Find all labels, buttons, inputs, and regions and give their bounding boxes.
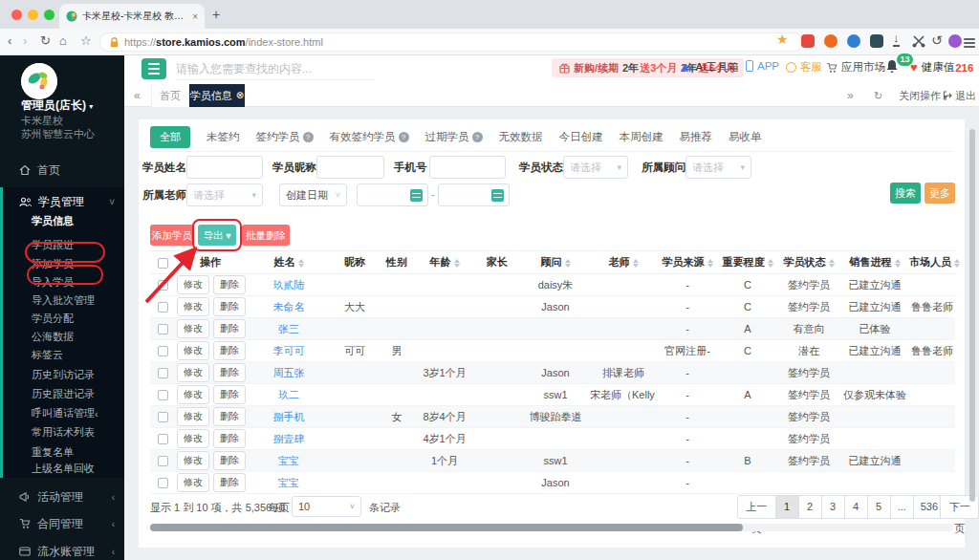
sidebar-item-add-student[interactable]: 添加学员 xyxy=(0,255,124,274)
add-student-button[interactable]: 添加学员 xyxy=(150,225,194,246)
student-name-link[interactable]: 周五张 xyxy=(273,367,305,378)
row-checkbox[interactable] xyxy=(158,390,168,400)
student-name-link[interactable]: 未命名 xyxy=(273,301,305,312)
filter-tab-created-today[interactable]: 今日创建 xyxy=(559,130,603,144)
sidebar-item-recycled-list[interactable]: 上级名单回收 xyxy=(0,460,124,479)
filter-tab-valid-signed[interactable]: 有效签约学员? xyxy=(330,130,409,144)
prev-page-button[interactable]: 上一页 xyxy=(737,495,776,519)
filter-tab-unsigned[interactable]: 未签约 xyxy=(207,130,240,144)
col-source[interactable]: 学员来源 xyxy=(657,251,718,274)
row-checkbox[interactable] xyxy=(158,412,168,422)
page-button-536[interactable]: 536 xyxy=(914,495,942,519)
delete-button[interactable]: 删除 xyxy=(213,363,246,382)
traffic-zoom-button[interactable] xyxy=(44,10,54,20)
more-button[interactable]: 更多 xyxy=(925,183,955,204)
horizontal-scrollbar-thumb[interactable] xyxy=(150,524,743,531)
student-name-input[interactable] xyxy=(186,156,263,179)
student-name-link[interactable]: 玖二 xyxy=(278,389,299,400)
edit-button[interactable]: 修改 xyxy=(177,407,209,426)
delete-button[interactable]: 删除 xyxy=(213,275,246,294)
sort-icon[interactable] xyxy=(954,259,960,268)
filter-tab-yishoudan[interactable]: 易收单 xyxy=(729,130,762,144)
help-icon[interactable]: ? xyxy=(303,132,314,142)
tab-close-icon[interactable]: ⊗ xyxy=(236,84,244,107)
col-name[interactable]: 姓名 xyxy=(246,251,332,274)
ai-toolbox-button[interactable]: Ai AI工具箱 xyxy=(681,60,739,75)
search-button[interactable]: 搜索 xyxy=(890,183,921,204)
edit-button[interactable]: 修改 xyxy=(177,341,209,360)
sort-icon[interactable] xyxy=(565,259,571,268)
sidebar-item-student-followup[interactable]: 学员跟进 xyxy=(0,236,124,255)
delete-button[interactable]: 删除 xyxy=(213,341,246,360)
edit-button[interactable]: 修改 xyxy=(177,275,209,294)
edit-button[interactable]: 修改 xyxy=(177,319,209,338)
sort-icon[interactable] xyxy=(829,259,835,268)
user-role[interactable]: 管理员(店长) ▾ xyxy=(21,97,93,114)
new-tab-button[interactable]: + xyxy=(212,7,220,22)
row-checkbox[interactable] xyxy=(158,368,168,378)
student-name-link[interactable]: 捌手机 xyxy=(273,411,305,422)
row-checkbox[interactable] xyxy=(158,280,168,291)
sidebar-item-public-pool[interactable]: 公海数据 xyxy=(0,328,124,347)
student-name-link[interactable]: 宝宝 xyxy=(278,477,299,488)
filter-tab-expired[interactable]: 过期学员? xyxy=(425,130,483,144)
delete-button[interactable]: 删除 xyxy=(213,319,246,338)
bookmark-outline-icon[interactable]: ☆ xyxy=(80,33,92,49)
vertical-scrollbar-thumb[interactable] xyxy=(969,129,975,502)
sidebar-group-contract[interactable]: 合同管理‹ xyxy=(0,514,124,533)
global-search-input[interactable] xyxy=(176,57,375,80)
sidebar-item-call-management[interactable]: 呼叫通话管理‹ xyxy=(0,404,124,423)
batch-delete-button[interactable]: 批量删除 xyxy=(242,225,290,246)
help-icon[interactable]: ? xyxy=(472,132,483,142)
tab-student-info[interactable]: 学员信息 ⊗ xyxy=(189,84,245,107)
traffic-close-button[interactable] xyxy=(11,10,22,20)
status-select[interactable]: 请选择▾ xyxy=(563,156,628,179)
browser-tab[interactable]: 卡米星校-卡米星校 教育培训... × xyxy=(59,4,205,29)
col-age[interactable]: 年龄 xyxy=(416,251,473,274)
sidebar-item-import-student[interactable]: 导入学员 xyxy=(0,273,124,292)
col-status[interactable]: 学员状态 xyxy=(777,251,840,274)
filter-tab-all[interactable]: 全部 xyxy=(150,126,190,148)
home-icon[interactable]: ⌂ xyxy=(59,33,67,49)
edit-button[interactable]: 修改 xyxy=(177,451,209,470)
per-page-select[interactable]: 10˅ xyxy=(292,496,361,517)
forward-icon[interactable]: › xyxy=(23,33,27,49)
filter-tab-signed[interactable]: 签约学员? xyxy=(256,130,314,144)
student-name-link[interactable]: 宝宝 xyxy=(278,455,299,466)
page-button-3[interactable]: 3 xyxy=(822,495,845,519)
app-menu-button[interactable] xyxy=(141,58,166,79)
filter-tab-yituijian[interactable]: 易推荐 xyxy=(680,130,713,144)
edit-button[interactable]: 修改 xyxy=(177,297,209,316)
page-ellipsis[interactable]: ... xyxy=(891,495,914,519)
col-teacher[interactable]: 老师 xyxy=(590,251,657,274)
help-icon[interactable]: ? xyxy=(399,132,409,142)
scissors-icon[interactable] xyxy=(912,34,925,48)
student-name-link[interactable]: 玖贰陆 xyxy=(273,279,305,291)
export-button[interactable]: 导出 ▾ xyxy=(198,225,236,246)
bookmark-star-icon[interactable]: ★ xyxy=(776,32,789,47)
avatar[interactable] xyxy=(21,63,57,99)
scroll-tabs-right-icon[interactable]: » xyxy=(847,84,854,107)
tab-close-icon[interactable]: × xyxy=(192,11,198,22)
delete-button[interactable]: 删除 xyxy=(213,385,246,404)
col-market[interactable]: 市场人员 xyxy=(909,251,955,274)
game-extension-icon[interactable] xyxy=(801,34,815,48)
sidebar-group-ledger[interactable]: 流水账管理‹ xyxy=(0,542,124,560)
sort-icon[interactable] xyxy=(895,259,901,268)
col-advisor[interactable]: 顾问 xyxy=(521,251,590,274)
browser-menu-icon[interactable] xyxy=(964,36,975,50)
student-name-link[interactable]: 李可可 xyxy=(273,345,305,356)
download-icon[interactable]: ↓ xyxy=(893,32,900,47)
page-button-2[interactable]: 2 xyxy=(799,495,822,519)
traffic-minimize-button[interactable] xyxy=(28,10,38,20)
address-bar[interactable]: https://store.kamios.com/index-store.htm… xyxy=(99,32,803,52)
date-type-select[interactable]: 创建日期˅ xyxy=(279,183,347,206)
date-end-input[interactable] xyxy=(438,183,510,206)
delete-button[interactable]: 删除 xyxy=(213,429,246,448)
student-name-link[interactable]: 捌壹肆 xyxy=(273,433,305,444)
page-button-4[interactable]: 4 xyxy=(845,495,868,519)
delete-button[interactable]: 删除 xyxy=(213,473,246,492)
delete-button[interactable]: 删除 xyxy=(213,451,246,470)
page-button-5[interactable]: 5 xyxy=(868,495,891,519)
filter-tab-invalid[interactable]: 无效数据 xyxy=(499,130,543,144)
